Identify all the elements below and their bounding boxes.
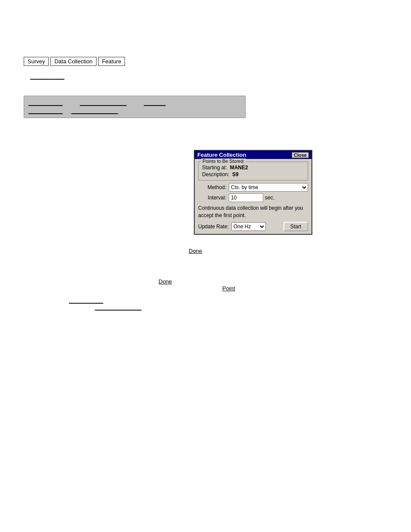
method-select[interactable]: Cts. by time Cts. by distance Manual [229,183,308,192]
interval-input[interactable] [229,193,263,202]
interval-row: Interval: sec. [198,193,308,202]
tab-data-collection[interactable]: Data Collection [50,57,96,66]
tab-survey[interactable]: Survey [24,57,49,66]
info-link-4[interactable]: ___________ [28,108,63,114]
update-rate-select[interactable]: One Hz Two Hz Five Hz [231,222,266,231]
starting-at-line: Starting at: MANE2 [202,165,304,171]
tab-feature[interactable]: Feature [98,57,125,66]
method-label: Method: [198,184,226,190]
description-value: S9 [232,171,239,177]
bottom-link-2[interactable]: _______________ [95,304,141,311]
point-button[interactable]: Point [219,284,239,292]
start-button[interactable]: Start [283,222,308,231]
info-bar: ___________ _______________ _______ ____… [24,96,246,118]
bottom-link-1[interactable]: ___________ [69,297,103,304]
dialog-close-button[interactable]: Close [292,152,309,158]
info-link-2[interactable]: _______________ [80,100,127,106]
update-rate-row: Update Rate: One Hz Two Hz Five Hz Start [198,222,308,231]
update-rate-label: Update Rate: [198,224,229,230]
description-label: Description: [202,171,229,177]
points-to-store-group: Points to Be Stored: Starting at: MANE2 … [198,162,308,180]
done-button-1[interactable]: Done [185,247,206,255]
dialog-title: Feature Collection [197,152,246,158]
dialog-titlebar: Feature Collection Close [195,151,311,159]
group-label: Points to Be Stored: [201,159,246,164]
info-link-5[interactable]: _______________ [72,108,118,114]
info-link-3[interactable]: _______ [144,100,166,106]
method-row: Method: Cts. by time Cts. by distance Ma… [198,183,308,192]
starting-at-value: MANE2 [230,165,248,171]
done-button-2[interactable]: Done [155,277,175,286]
starting-at-label: Starting at: [202,165,227,171]
feature-collection-dialog: Feature Collection Close Points to Be St… [194,150,312,235]
dialog-note: Continuous data collection will begin af… [198,205,308,219]
interval-unit: sec. [265,195,274,201]
interval-label: Interval: [198,195,226,201]
dialog-body: Points to Be Stored: Starting at: MANE2 … [195,159,311,234]
description-line: Description: S9 [202,171,304,177]
top-link[interactable]: ___________ [30,73,65,80]
info-link-1[interactable]: ___________ [28,100,63,106]
top-tabs: Survey Data Collection Feature [24,57,125,66]
